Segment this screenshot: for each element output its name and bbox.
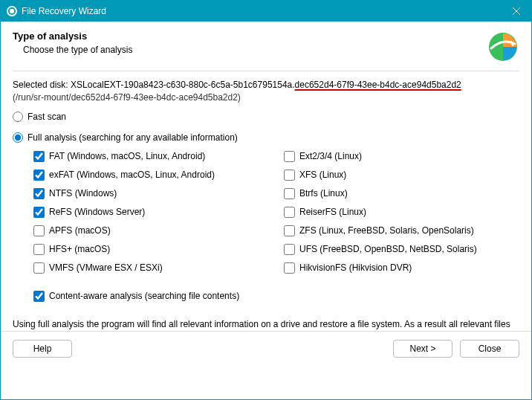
filesystem-item[interactable]: ReFS (Windows Server) xyxy=(33,203,269,222)
content-aware-label[interactable]: Content-aware analysis (searching file c… xyxy=(49,291,239,301)
filesystem-checkbox[interactable] xyxy=(33,262,45,274)
filesystem-label[interactable]: XFS (Linux) xyxy=(299,170,346,180)
filesystem-checkbox[interactable] xyxy=(284,207,295,218)
filesystem-item[interactable]: exFAT (Windows, macOS, Linux, Android) xyxy=(33,166,269,184)
selected-disk-info: Selected disk: XSLocalEXT-190a8423-c630-… xyxy=(13,79,519,104)
filesystem-label[interactable]: UFS (FreeBSD, OpenBSD, NetBSD, Solaris) xyxy=(299,244,477,254)
page-subtitle: Choose the type of analysis xyxy=(23,45,132,55)
filesystem-checkbox[interactable] xyxy=(284,244,295,255)
content-aware-option[interactable]: Content-aware analysis (searching file c… xyxy=(33,291,519,302)
fast-scan-radio[interactable] xyxy=(13,112,23,122)
filesystem-grid: FAT (Windows, macOS, Linux, Android)Ext2… xyxy=(33,147,519,277)
filesystem-checkbox[interactable] xyxy=(33,151,45,162)
filesystem-label[interactable]: NTFS (Windows) xyxy=(49,188,117,199)
fast-scan-option[interactable]: Fast scan xyxy=(13,112,519,122)
filesystem-item[interactable]: HFS+ (macOS) xyxy=(33,240,269,259)
close-button[interactable]: Close xyxy=(460,340,519,358)
filesystem-checkbox[interactable] xyxy=(284,262,295,274)
filesystem-item[interactable]: VMFS (VMware ESX / ESXi) xyxy=(33,259,269,277)
titlebar: File Recovery Wizard xyxy=(1,1,531,22)
filesystem-checkbox[interactable] xyxy=(33,170,45,181)
filesystem-item[interactable]: HikvisionFS (Hikvision DVR) xyxy=(284,259,519,277)
filesystem-checkbox[interactable] xyxy=(33,225,45,236)
full-analysis-radio[interactable] xyxy=(13,132,23,143)
filesystem-label[interactable]: Ext2/3/4 (Linux) xyxy=(299,151,362,161)
filesystem-label[interactable]: Btrfs (Linux) xyxy=(299,188,348,199)
next-button[interactable]: Next > xyxy=(393,340,452,358)
filesystem-item[interactable]: XFS (Linux) xyxy=(284,166,519,184)
filesystem-item[interactable]: APFS (macOS) xyxy=(33,222,269,240)
fast-scan-label[interactable]: Fast scan xyxy=(27,112,66,122)
wizard-icon xyxy=(487,30,519,63)
filesystem-item[interactable]: Ext2/3/4 (Linux) xyxy=(284,147,519,166)
filesystem-label[interactable]: ZFS (Linux, FreeBSD, Solaris, OpenSolari… xyxy=(299,225,474,236)
filesystem-label[interactable]: ReFS (Windows Server) xyxy=(49,207,145,217)
divider xyxy=(13,71,519,71)
filesystem-label[interactable]: APFS (macOS) xyxy=(49,225,111,236)
filesystem-label[interactable]: exFAT (Windows, macOS, Linux, Android) xyxy=(49,170,215,180)
app-icon xyxy=(7,6,17,16)
filesystem-label[interactable]: FAT (Windows, macOS, Linux, Android) xyxy=(49,151,205,161)
filesystem-item[interactable]: NTFS (Windows) xyxy=(33,184,269,203)
window-title: File Recovery Wizard xyxy=(22,6,502,16)
content-aware-checkbox[interactable] xyxy=(33,291,45,302)
filesystem-checkbox[interactable] xyxy=(33,207,45,218)
footer: Help Next > Close xyxy=(1,331,531,365)
filesystem-item[interactable]: ReiserFS (Linux) xyxy=(284,203,519,222)
filesystem-label[interactable]: HFS+ (macOS) xyxy=(49,244,110,254)
filesystem-label[interactable]: VMFS (VMware ESX / ESXi) xyxy=(49,262,163,273)
filesystem-checkbox[interactable] xyxy=(284,188,295,199)
page-title: Type of analysis xyxy=(13,30,132,42)
filesystem-item[interactable]: FAT (Windows, macOS, Linux, Android) xyxy=(33,147,269,166)
full-analysis-label[interactable]: Full analysis (searching for any availab… xyxy=(27,132,238,143)
full-analysis-option[interactable]: Full analysis (searching for any availab… xyxy=(13,132,519,143)
filesystem-label[interactable]: HikvisionFS (Hikvision DVR) xyxy=(299,262,412,273)
filesystem-checkbox[interactable] xyxy=(33,244,45,255)
filesystem-checkbox[interactable] xyxy=(284,170,295,181)
content-area: Type of analysis Choose the type of anal… xyxy=(1,22,531,365)
filesystem-checkbox[interactable] xyxy=(33,188,45,199)
filesystem-item[interactable]: UFS (FreeBSD, OpenBSD, NetBSD, Solaris) xyxy=(284,240,519,259)
filesystem-checkbox[interactable] xyxy=(284,151,295,162)
filesystem-checkbox[interactable] xyxy=(284,225,295,236)
filesystem-item[interactable]: ZFS (Linux, FreeBSD, Solaris, OpenSolari… xyxy=(284,222,519,240)
filesystem-item[interactable]: Btrfs (Linux) xyxy=(284,184,519,203)
filesystem-label[interactable]: ReiserFS (Linux) xyxy=(299,207,366,217)
help-button[interactable]: Help xyxy=(13,340,72,358)
close-icon[interactable] xyxy=(502,1,531,22)
